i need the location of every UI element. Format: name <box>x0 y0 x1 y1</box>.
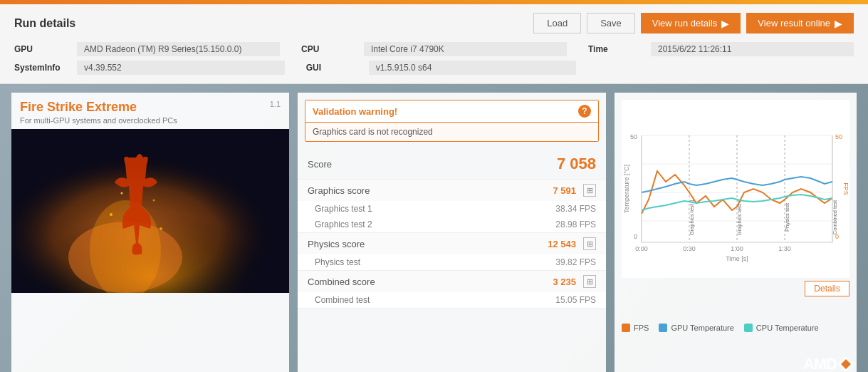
validation-body: Graphics card is not recognized <box>305 123 598 141</box>
benchmark-panel: Fire Strike Extreme For multi-GPU system… <box>11 93 289 372</box>
combined-expand-icon[interactable]: ⊞ <box>583 275 596 288</box>
physics-score-label: Physics score <box>308 239 548 249</box>
svg-text:1:30: 1:30 <box>778 245 791 252</box>
performance-chart: Temperature [°C] FPS 50 0 50 0 <box>622 100 849 278</box>
combined-test-label: Combined test <box>315 295 555 305</box>
chart-area: Temperature [°C] FPS 50 0 50 0 <box>622 100 849 278</box>
graphics-test-2-label: Graphics test 2 <box>315 219 555 229</box>
svg-text:0:00: 0:00 <box>635 245 648 252</box>
graphics-score-header: Graphics score 7 591 ⊞ <box>298 180 606 201</box>
svg-text:FPS: FPS <box>842 182 849 195</box>
physics-test-row: Physics test 39.82 FPS <box>298 254 606 270</box>
sysinfo-label: SystemInfo <box>14 63 64 73</box>
time-label: Time <box>588 44 638 54</box>
amd-logo-icon <box>838 356 854 372</box>
physics-expand-icon[interactable]: ⊞ <box>583 237 596 250</box>
svg-point-7 <box>103 235 105 237</box>
benchmark-title: Fire Strike Extreme <box>20 100 177 115</box>
svg-text:0:30: 0:30 <box>683 245 696 252</box>
svg-text:Temperature [°C]: Temperature [°C] <box>623 165 630 213</box>
chart-panel: Temperature [°C] FPS 50 0 50 0 <box>615 93 857 372</box>
run-details-buttons: Load Save View run details ▶ View result… <box>533 13 854 33</box>
main-wrapper: Fire Strike Extreme For multi-GPU system… <box>0 84 868 372</box>
scores-panel: Validation warning! ? Graphics card is n… <box>298 93 606 372</box>
view-result-online-button[interactable]: View result online ▶ <box>746 13 854 33</box>
legend-fps: FPS <box>622 324 649 332</box>
svg-text:50: 50 <box>630 133 637 140</box>
combined-score-section: Combined score 3 235 ⊞ Combined test 15.… <box>298 271 606 309</box>
physics-test-value: 39.82 FPS <box>555 257 596 267</box>
view-run-details-button[interactable]: View run details ▶ <box>641 13 741 33</box>
validation-warning-header: Validation warning! ? <box>305 100 598 123</box>
gpu-temp-legend-label: GPU Temperature <box>671 324 733 332</box>
fps-legend-dot <box>622 324 630 332</box>
validation-title: Validation warning! <box>313 106 397 117</box>
combined-score-header: Combined score 3 235 ⊞ <box>298 271 606 292</box>
graphics-test-1-row: Graphics test 1 38.34 FPS <box>298 201 606 217</box>
cpu-temp-legend-dot <box>744 324 753 332</box>
validation-warning: Validation warning! ? Graphics card is n… <box>305 100 599 142</box>
sysinfo-value: v4.39.552 <box>77 61 285 75</box>
physics-score-header: Physics score 12 543 ⊞ <box>298 233 606 254</box>
chart-legend: FPS GPU Temperature CPU Temperature <box>622 324 849 332</box>
benchmark-image-inner <box>11 129 289 293</box>
benchmark-header: Fire Strike Extreme For multi-GPU system… <box>11 93 289 129</box>
combined-score-value: 3 235 <box>553 277 576 287</box>
cpu-temp-legend-label: CPU Temperature <box>756 324 819 332</box>
graphics-expand-icon[interactable]: ⊞ <box>583 184 596 197</box>
score-label: Score <box>308 159 557 170</box>
amd-logo-text: AMD <box>803 355 837 372</box>
load-button[interactable]: Load <box>533 13 581 33</box>
svg-text:0: 0 <box>634 233 637 240</box>
gui-label: GUI <box>306 63 356 73</box>
run-details-panel: Run details Load Save View run details ▶… <box>0 4 868 84</box>
total-score-row: Score 7 058 <box>298 149 606 180</box>
run-info-row: GPU AMD Radeon (TM) R9 Series(15.150.0.0… <box>14 42 854 56</box>
run-details-title: Run details <box>14 17 75 30</box>
svg-text:Physics test: Physics test <box>784 202 790 232</box>
score-value: 7 058 <box>557 155 596 173</box>
combined-test-value: 15.05 FPS <box>555 295 596 305</box>
svg-point-6 <box>153 200 155 202</box>
legend-gpu-temp: GPU Temperature <box>659 324 733 332</box>
amd-logo-container: AMD <box>803 355 854 372</box>
legend-cpu-temp: CPU Temperature <box>744 324 819 332</box>
benchmark-image <box>11 129 289 293</box>
gui-value: v1.5.915.0 s64 <box>369 61 577 75</box>
time-value: 2015/6/22 11:26:11 <box>651 42 854 56</box>
graphics-test-2-value: 28.98 FPS <box>555 219 596 229</box>
graphics-test-2-row: Graphics test 2 28.98 FPS <box>298 217 606 232</box>
svg-point-8 <box>160 227 162 230</box>
svg-text:Time [s]: Time [s] <box>726 255 748 262</box>
graphics-test-1-value: 38.34 FPS <box>555 204 596 214</box>
svg-text:50: 50 <box>835 133 842 140</box>
run-info-row-2: SystemInfo v4.39.552 GUI v1.5.915.0 s64 <box>14 61 854 75</box>
gpu-temp-legend-dot <box>659 324 667 332</box>
fps-legend-label: FPS <box>634 324 649 332</box>
combined-score-label: Combined score <box>308 277 553 287</box>
main-content: Fire Strike Extreme For multi-GPU system… <box>0 84 868 372</box>
run-details-header: Run details Load Save View run details ▶… <box>14 13 854 33</box>
cpu-label: CPU <box>301 44 351 54</box>
benchmark-art <box>11 129 289 293</box>
benchmark-version: 1.1 <box>270 100 281 108</box>
arrow-icon-2: ▶ <box>835 18 842 29</box>
svg-point-9 <box>121 192 123 195</box>
empty-value <box>646 66 854 70</box>
gpu-label: GPU <box>14 44 64 54</box>
validation-question-icon[interactable]: ? <box>578 105 591 118</box>
svg-text:1:00: 1:00 <box>731 245 743 252</box>
arrow-icon: ▶ <box>721 18 729 29</box>
graphics-score-section: Graphics score 7 591 ⊞ Graphics test 1 3… <box>298 180 606 233</box>
save-button[interactable]: Save <box>587 13 635 33</box>
benchmark-subtitle: For multi-GPU systems and overclocked PC… <box>20 116 177 125</box>
details-button[interactable]: Details <box>805 281 849 296</box>
physics-test-label: Physics test <box>315 257 555 267</box>
svg-point-5 <box>110 213 113 216</box>
benchmark-title-group: Fire Strike Extreme For multi-GPU system… <box>20 100 177 125</box>
chart-controls: Details <box>622 278 849 296</box>
graphics-score-label: Graphics score <box>308 185 553 196</box>
graphics-score-value: 7 591 <box>553 185 576 196</box>
svg-text:Graphics test 1: Graphics test 1 <box>689 200 695 235</box>
cpu-value: Intel Core i7 4790K <box>364 42 567 56</box>
